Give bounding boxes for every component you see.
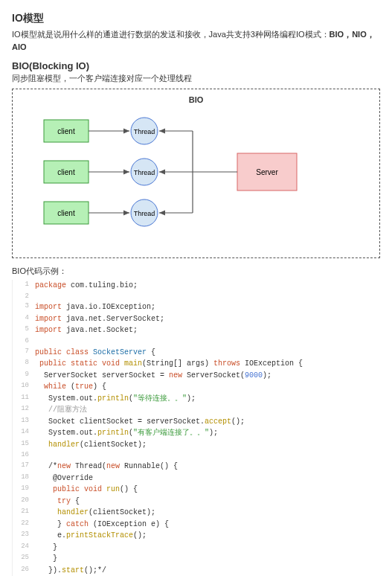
- bio-desc: 同步阻塞模型，一个客户端连接对应一个处理线程: [12, 73, 380, 84]
- code-line: 3import java.io.IOException;: [13, 301, 380, 313]
- line-number: 14: [13, 427, 35, 439]
- code-line: 11 System.out.println("等待连接。。");: [13, 393, 380, 405]
- code-content: import java.io.IOException;: [35, 301, 380, 313]
- code-line: 18 @Override: [13, 473, 380, 484]
- thread-label-3: Thread: [134, 210, 155, 217]
- line-number: 24: [13, 542, 35, 554]
- code-line: 8 public static void main(String[] args)…: [13, 358, 380, 370]
- code-line: 15 handler(clientSocket);: [13, 439, 380, 451]
- code-content: import java.net.ServerSocket;: [35, 313, 380, 325]
- code-line: 21 handler(clientSocket);: [13, 507, 380, 519]
- thread-circle-3: Thread: [131, 199, 158, 226]
- code-content: [35, 450, 380, 461]
- thread-label-1: Thread: [134, 128, 155, 135]
- line-number: 9: [13, 370, 35, 382]
- code-line: 16: [13, 450, 380, 461]
- code-line: 23 e.printStackTrace();: [13, 530, 380, 542]
- line-number: 7: [13, 347, 35, 359]
- line-number: 6: [13, 336, 35, 347]
- code-content: System.out.println("有客户端连接了。。");: [35, 427, 380, 439]
- line-number: 3: [13, 301, 35, 313]
- io-model-heading: IO模型: [12, 12, 380, 25]
- code-caption: BIO代码示例：: [12, 266, 380, 277]
- line-number: 17: [13, 461, 35, 473]
- server-box: Server: [237, 153, 297, 191]
- code-content: public static void main(String[] args) t…: [35, 358, 380, 370]
- code-line: 7public class SocketServer {: [13, 347, 380, 359]
- client-label-2: client: [57, 168, 75, 176]
- code-line: 5import java.net.Socket;: [13, 324, 380, 336]
- client-label-3: client: [57, 209, 75, 217]
- code-content: }: [35, 542, 380, 554]
- code-line: 22 } catch (IOException e) {: [13, 519, 380, 531]
- code-line: 19 public void run() {: [13, 484, 380, 496]
- line-number: 23: [13, 530, 35, 542]
- server-label: Server: [256, 168, 278, 176]
- code-line: 1package com.tuling.bio;: [13, 280, 380, 292]
- code-line: 4import java.net.ServerSocket;: [13, 313, 380, 325]
- code-content: Socket clientSocket = serverSocket.accep…: [35, 416, 380, 428]
- code-line: 26 }).start();*/: [13, 565, 380, 576]
- thread-circle-1: Thread: [131, 118, 158, 144]
- bio-heading: BIO(Blocking IO): [12, 60, 380, 71]
- line-number: 19: [13, 484, 35, 496]
- client-box-2: client: [44, 161, 89, 183]
- code-content: System.out.println("等待连接。。");: [35, 393, 380, 405]
- code-line: 20 try {: [13, 496, 380, 508]
- code-content: public class SocketServer {: [35, 347, 380, 359]
- io-model-desc: IO模型就是说用什么样的通道进行数据的发送和接收，Java共支持3种网络编程IO…: [12, 28, 380, 53]
- line-number: 16: [13, 450, 35, 461]
- code-content: [35, 292, 380, 302]
- line-number: 4: [13, 313, 35, 325]
- io-model-desc-text: IO模型就是说用什么样的通道进行数据的发送和接收，Java共支持3种网络编程IO…: [12, 30, 330, 39]
- code-content: }: [35, 553, 380, 565]
- code-content: package com.tuling.bio;: [35, 280, 380, 292]
- code-block: 1package com.tuling.bio;23import java.io…: [12, 280, 380, 576]
- code-line: 25 }: [13, 553, 380, 565]
- code-line: 17 /*new Thread(new Runnable() {: [13, 461, 380, 473]
- line-number: 13: [13, 416, 35, 428]
- line-number: 21: [13, 507, 35, 519]
- line-number: 8: [13, 358, 35, 370]
- code-content: }).start();*/: [35, 565, 380, 576]
- code-line: 14 System.out.println("有客户端连接了。。");: [13, 427, 380, 439]
- code-line: 2: [13, 292, 380, 302]
- line-number: 20: [13, 496, 35, 508]
- code-content: @Override: [35, 473, 380, 484]
- code-content: e.printStackTrace();: [35, 530, 380, 542]
- code-line: 6: [13, 336, 380, 347]
- line-number: 1: [13, 280, 35, 292]
- thread-circle-2: Thread: [131, 159, 158, 185]
- diagram-title: BIO: [22, 95, 370, 104]
- code-content: [35, 336, 380, 347]
- line-number: 5: [13, 324, 35, 336]
- line-number: 12: [13, 404, 35, 416]
- code-content: ServerSocket serverSocket = new ServerSo…: [35, 370, 380, 382]
- code-line: 24 }: [13, 542, 380, 554]
- client-label-1: client: [57, 127, 75, 135]
- code-line: 13 Socket clientSocket = serverSocket.ac…: [13, 416, 380, 428]
- line-number: 22: [13, 519, 35, 531]
- code-content: import java.net.Socket;: [35, 324, 380, 336]
- line-number: 11: [13, 393, 35, 405]
- line-number: 15: [13, 439, 35, 451]
- line-number: 26: [13, 565, 35, 576]
- bio-diagram-svg: client client client Thread Thread Threa…: [22, 109, 364, 243]
- thread-label-2: Thread: [134, 169, 155, 176]
- code-content: public void run() {: [35, 484, 380, 496]
- code-content: while (true) {: [35, 381, 380, 393]
- line-number: 2: [13, 292, 35, 302]
- line-number: 18: [13, 473, 35, 484]
- line-number: 10: [13, 381, 35, 393]
- code-content: handler(clientSocket);: [35, 439, 380, 451]
- code-content: try {: [35, 496, 380, 508]
- code-content: } catch (IOException e) {: [35, 519, 380, 531]
- code-content: handler(clientSocket);: [35, 507, 380, 519]
- line-number: 25: [13, 553, 35, 565]
- code-line: 10 while (true) {: [13, 381, 380, 393]
- code-content: /*new Thread(new Runnable() {: [35, 461, 380, 473]
- client-box-1: client: [44, 120, 89, 142]
- client-box-3: client: [44, 202, 89, 224]
- bio-diagram: BIO client client client Thread Thread: [12, 89, 380, 258]
- code-content: //阻塞方法: [35, 404, 380, 416]
